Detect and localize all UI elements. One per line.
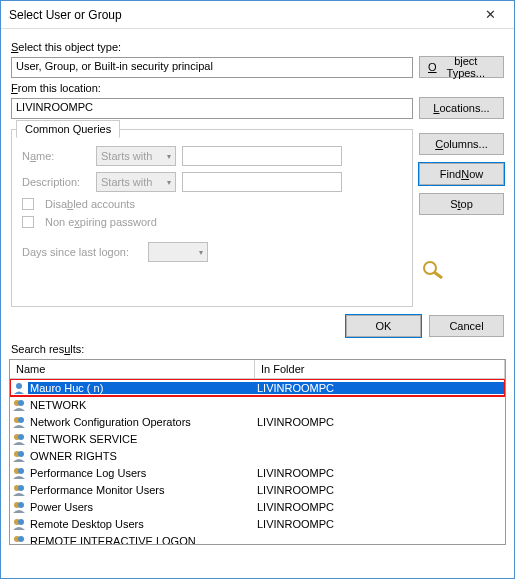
chevron-down-icon: ▾ [167,152,171,161]
table-row[interactable]: Mauro Huc ( n)LIVINROOMPC [10,379,505,396]
row-name: Power Users [28,501,255,513]
description-match-combo: Starts with▾ [96,172,176,192]
group-icon [12,517,26,531]
svg-line-1 [434,272,442,278]
group-icon [12,483,26,497]
row-name: Performance Log Users [28,467,255,479]
svg-point-16 [18,502,24,508]
object-type-label: Select this object type: [11,41,504,53]
name-input [182,146,342,166]
description-input [182,172,342,192]
row-name: OWNER RIGHTS [28,450,255,462]
row-name: NETWORK [28,399,255,411]
svg-point-10 [18,451,24,457]
common-queries-tab[interactable]: Common Queries [16,120,120,138]
table-row[interactable]: NETWORK [10,396,505,413]
row-folder: LIVINROOMPC [255,467,505,479]
svg-point-2 [16,383,22,389]
stop-button[interactable]: Stop [419,193,504,215]
row-name: REMOTE INTERACTIVE LOGON [28,535,255,545]
svg-point-6 [18,417,24,423]
column-name[interactable]: Name [10,360,255,378]
cancel-button[interactable]: Cancel [429,315,504,337]
days-since-logon-label: Days since last logon: [22,246,142,258]
find-now-button[interactable]: Find Now [419,163,504,185]
ok-button[interactable]: OK [346,315,421,337]
table-row[interactable]: REMOTE INTERACTIVE LOGON [10,532,505,544]
row-name: Performance Monitor Users [28,484,255,496]
group-icon [12,534,26,545]
svg-point-18 [18,519,24,525]
table-row[interactable]: Performance Log UsersLIVINROOMPC [10,464,505,481]
group-icon [12,500,26,514]
titlebar: Select User or Group ✕ [1,1,514,29]
table-row[interactable]: Network Configuration OperatorsLIVINROOM… [10,413,505,430]
group-icon [12,432,26,446]
svg-point-14 [18,485,24,491]
non-expiring-checkbox [22,216,34,228]
row-folder: LIVINROOMPC [255,382,505,394]
svg-point-4 [18,400,24,406]
row-name: Remote Desktop Users [28,518,255,530]
row-folder: LIVINROOMPC [255,484,505,496]
days-since-logon-combo: ▾ [148,242,208,262]
group-icon [12,466,26,480]
row-folder: LIVINROOMPC [255,416,505,428]
svg-point-12 [18,468,24,474]
search-results-label: Search results: [1,341,514,357]
row-name: NETWORK SERVICE [28,433,255,445]
user-icon [12,381,26,395]
location-label: From this location: [11,82,504,94]
locations-button[interactable]: Locations... [419,97,504,119]
non-expiring-label: Non expiring password [45,216,157,228]
results-header[interactable]: Name In Folder [10,360,505,379]
row-folder: LIVINROOMPC [255,501,505,513]
row-name: Mauro Huc ( n) [28,382,255,394]
name-match-combo: Starts with▾ [96,146,176,166]
disabled-accounts-label: Disabled accounts [45,198,135,210]
group-icon [12,449,26,463]
group-icon [12,398,26,412]
table-row[interactable]: NETWORK SERVICE [10,430,505,447]
close-button[interactable]: ✕ [470,2,510,28]
table-row[interactable]: Power UsersLIVINROOMPC [10,498,505,515]
table-row[interactable]: Performance Monitor UsersLIVINROOMPC [10,481,505,498]
row-name: Network Configuration Operators [28,416,255,428]
row-folder: LIVINROOMPC [255,518,505,530]
svg-point-20 [18,536,24,542]
chevron-down-icon: ▾ [167,178,171,187]
column-folder[interactable]: In Folder [255,360,505,378]
group-icon [12,415,26,429]
table-row[interactable]: OWNER RIGHTS [10,447,505,464]
columns-button[interactable]: Columns... [419,133,504,155]
svg-point-8 [18,434,24,440]
results-list[interactable]: Name In Folder Mauro Huc ( n)LIVINROOMPC… [9,359,506,545]
search-icon [419,259,449,281]
table-row[interactable]: Remote Desktop UsersLIVINROOMPC [10,515,505,532]
location-field[interactable]: LIVINROOMPC [11,98,413,119]
description-label: Description: [22,176,90,188]
object-types-button[interactable]: Object Types... [419,56,504,78]
chevron-down-icon: ▾ [199,248,203,257]
name-label: Name: [22,150,90,162]
object-type-field[interactable]: User, Group, or Built-in security princi… [11,57,413,78]
disabled-accounts-checkbox [22,198,34,210]
window-title: Select User or Group [9,8,470,22]
